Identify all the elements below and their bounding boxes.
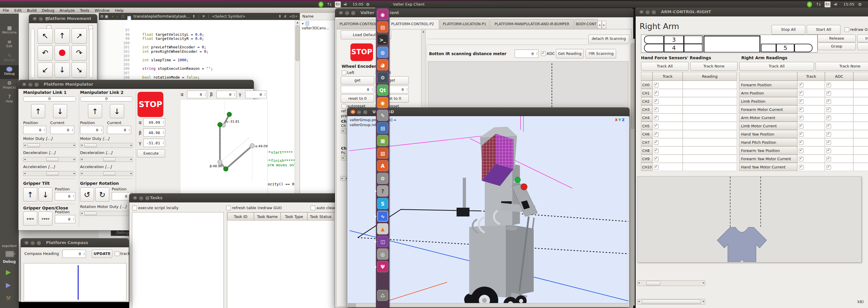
adc-cell[interactable] (825, 138, 853, 146)
move-nw-button[interactable]: ↖ (37, 28, 53, 44)
adc-checkbox[interactable] (826, 157, 831, 161)
finger-segment[interactable] (795, 44, 813, 52)
launcher-icon[interactable]: ▤ (377, 122, 388, 133)
alpha-spinbox[interactable]: 49.09 (144, 118, 165, 126)
script-textarea[interactable] (132, 212, 224, 308)
adc-checkbox[interactable] (826, 140, 831, 145)
maximize-icon[interactable]: ▢ (36, 240, 42, 246)
get-reading-button[interactable]: Get Reading (556, 49, 584, 58)
move-back-button[interactable]: ↓ (55, 62, 70, 78)
track-checkbox[interactable] (799, 91, 804, 96)
launcher-icon[interactable]: Qt (377, 85, 388, 96)
squeeze-button[interactable]: S (857, 42, 868, 50)
filename-combo[interactable]: translateplatformtwistytask... (133, 14, 190, 19)
launcher-icon[interactable]: ⚙ (377, 72, 388, 83)
gripper-tilt-up-button[interactable]: ↑ (23, 187, 37, 202)
maximize-icon[interactable]: ▢ (651, 9, 657, 15)
minimize-icon[interactable]: — (344, 10, 350, 16)
beta-target-spinbox[interactable]: 0 (216, 91, 236, 98)
forward-icon[interactable]: › (116, 14, 118, 19)
track-cell[interactable] (797, 146, 825, 155)
gamma-target-spinbox[interactable]: 0 (245, 91, 267, 98)
close-icon[interactable]: ✕ (32, 16, 37, 21)
skype-tray-icon[interactable]: ✓ (807, 1, 812, 7)
launcher-icon[interactable]: ▦ (377, 135, 388, 146)
track-checkbox[interactable] (654, 107, 659, 112)
track-cell[interactable] (652, 114, 683, 122)
adc-checkbox[interactable] (826, 99, 831, 104)
more-icon[interactable]: » (289, 13, 291, 20)
task-column-header[interactable]: Task Name (254, 212, 281, 221)
finger-segment[interactable] (644, 35, 664, 44)
move-sw-button[interactable]: ↙ (37, 62, 53, 78)
track-cell[interactable] (797, 97, 825, 105)
track-cell[interactable] (652, 130, 683, 138)
track-cell[interactable] (652, 146, 683, 155)
rotate-cw-button[interactable]: ↷ (71, 45, 87, 61)
clock-indicator[interactable]: 15:05 (352, 1, 363, 7)
gamma-spinbox[interactable]: -31.81 (144, 139, 165, 147)
launcher-icon[interactable]: Ψ (377, 261, 388, 272)
track-cell[interactable] (652, 89, 683, 97)
release-button[interactable]: Release (817, 35, 856, 42)
link2-up-button[interactable]: ↑ (88, 104, 102, 118)
link1-current-spinbox[interactable]: 0 (50, 126, 74, 134)
launcher-icon[interactable]: ◎ (377, 248, 388, 259)
adc-checkbox[interactable] (826, 148, 831, 153)
track-cell[interactable] (797, 155, 825, 163)
gripper-tilt-position-spinbox[interactable]: 0 (55, 192, 75, 201)
link2-current-spinbox[interactable]: 0 (107, 126, 131, 134)
menu-item[interactable]: Edit (12, 8, 24, 13)
adc-checkbox[interactable] (826, 124, 831, 128)
task-column-header[interactable]: Task Type (281, 212, 307, 221)
track-checkbox[interactable] (799, 83, 804, 87)
stop-all-watchers-button[interactable]: Stop All Watchers (772, 25, 805, 35)
track-checkbox[interactable] (654, 83, 659, 87)
tab[interactable]: PLATFORM-CONTROL-P2 (386, 19, 439, 29)
adc-cell[interactable] (825, 155, 853, 163)
track-cell[interactable] (797, 138, 825, 146)
trash-icon[interactable]: ♺ (377, 290, 388, 301)
finger-segment[interactable] (684, 35, 703, 44)
track-checkbox[interactable] (799, 140, 804, 145)
link2-motor-duty-slider[interactable] (80, 143, 133, 148)
close-icon[interactable]: ✕ (24, 240, 29, 245)
launcher-icon[interactable]: >_ (377, 34, 388, 45)
move-se-button[interactable]: ↘ (71, 62, 87, 78)
finger-cell-4[interactable]: 4 (664, 44, 684, 52)
gl-hscrollbar[interactable] (347, 303, 628, 307)
updown-indicator-icon[interactable]: ↑↓ (816, 1, 820, 7)
reset-left-encoder-button[interactable]: reset to 0 (341, 94, 374, 103)
minimize-icon[interactable]: — (645, 9, 650, 15)
launcher-icon[interactable]: ▤ (377, 22, 388, 33)
track-cell[interactable] (797, 130, 825, 138)
adc-cell[interactable] (825, 105, 853, 114)
left-encoder-value[interactable]: 0 (341, 86, 374, 93)
run-button[interactable]: ▶ (6, 268, 11, 276)
close-split-icon[interactable]: ▣ (105, 14, 108, 19)
launcher-icon[interactable]: ✎ (377, 110, 388, 121)
bookmark-icon[interactable]: # (284, 13, 287, 20)
sidebar-mode[interactable]: ? Help (0, 93, 19, 106)
track-cell[interactable] (652, 81, 683, 89)
outline-item[interactable]: valter3DCanv... (302, 26, 329, 30)
track-checkbox[interactable] (654, 140, 659, 145)
adc-cell[interactable] (825, 146, 853, 155)
close-icon[interactable]: ✕ (338, 10, 344, 15)
adc-cell[interactable] (825, 81, 853, 89)
launcher-icon[interactable]: A (377, 160, 388, 171)
launcher-icon[interactable]: ⚙ (377, 173, 388, 184)
adc-checkbox[interactable] (826, 132, 831, 137)
track-cell[interactable] (797, 105, 825, 114)
select-symbol-combo[interactable]: <Select Symbol> (212, 14, 245, 19)
link1-motor-duty-slider[interactable] (23, 143, 76, 148)
gripper-rotate-cw-button[interactable]: ↻ (95, 187, 110, 202)
finger-cell-3[interactable]: 3 (664, 35, 684, 44)
finger-segment[interactable] (684, 44, 703, 52)
tab[interactable]: PLATFORM-MANIPULATOR-AND-IR-BUMPER (490, 19, 574, 29)
launcher-icon[interactable]: ◉ (377, 9, 388, 20)
detach-ir-scanning-button[interactable]: detach IR Scanning (588, 35, 629, 43)
keyboard-layout-indicator[interactable]: En (335, 1, 341, 7)
link2-acceleration-slider[interactable] (80, 171, 133, 176)
adc-cell[interactable] (825, 97, 853, 105)
